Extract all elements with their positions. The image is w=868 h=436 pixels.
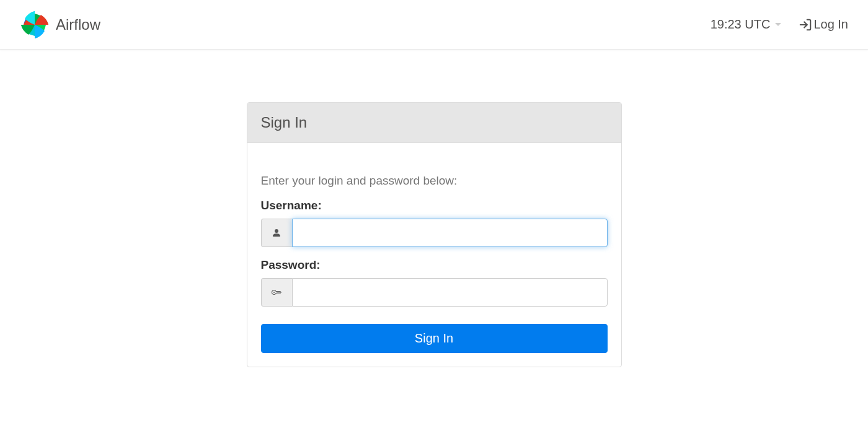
key-icon: [272, 287, 281, 297]
username-group: Username:: [261, 199, 608, 247]
brand-name: Airflow: [56, 16, 100, 33]
username-input[interactable]: [292, 219, 608, 247]
login-link-text: Log In: [813, 17, 848, 32]
password-group: Password:: [261, 258, 608, 307]
panel-title: Sign In: [261, 114, 608, 131]
navbar: Airflow 19:23 UTC Log In: [0, 0, 868, 50]
time-dropdown[interactable]: 19:23 UTC: [711, 17, 782, 32]
help-text: Enter your login and password below:: [261, 174, 608, 188]
time-text: 19:23 UTC: [711, 17, 771, 32]
panel-heading: Sign In: [247, 103, 621, 143]
user-icon: [272, 228, 281, 238]
login-link[interactable]: Log In: [799, 17, 848, 32]
svg-point-1: [273, 292, 275, 293]
chevron-down-icon: [775, 23, 781, 26]
username-input-group: [261, 219, 608, 247]
password-addon: [261, 278, 292, 307]
password-label: Password:: [261, 258, 608, 272]
signin-button[interactable]: Sign In: [261, 324, 608, 353]
password-input-group: [261, 278, 608, 307]
navbar-right: 19:23 UTC Log In: [711, 17, 848, 32]
navbar-brand[interactable]: Airflow: [20, 10, 100, 40]
main-container: Sign In Enter your login and password be…: [0, 50, 868, 367]
signin-panel: Sign In Enter your login and password be…: [247, 102, 622, 367]
airflow-logo-icon: [20, 10, 50, 40]
panel-body: Enter your login and password below: Use…: [247, 143, 621, 367]
password-input[interactable]: [292, 278, 608, 307]
username-addon: [261, 219, 292, 247]
login-icon: [799, 18, 812, 32]
username-label: Username:: [261, 199, 608, 212]
